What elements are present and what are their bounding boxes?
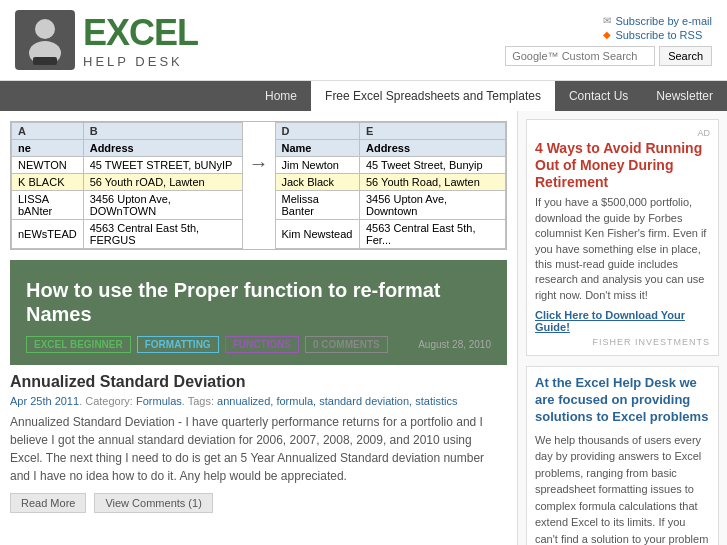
- cell-address: 56 Youth rOAD, Lawten: [83, 174, 242, 191]
- logo-icon: [15, 10, 75, 70]
- cell-name: Jack Black: [275, 174, 359, 191]
- subscribe-rss-link[interactable]: Subscribe to RSS: [603, 29, 712, 41]
- sidebar-about: At the Excel Help Desk we are focused on…: [526, 366, 719, 545]
- cell-name: LISSA bANter: [12, 191, 84, 220]
- table-row: Kim Newstead 4563 Central East 5th, Fer.…: [275, 220, 506, 249]
- sidebar: AD 4 Ways to Avoid Running Out of Money …: [517, 111, 727, 545]
- article-tags: annualized, formula, standard deviation,…: [217, 395, 457, 407]
- ad-body: If you have a $500,000 portfolio, downlo…: [535, 195, 710, 303]
- before-col-name: ne: [12, 140, 84, 157]
- svg-point-0: [35, 19, 55, 39]
- article-category[interactable]: Formulas: [136, 395, 182, 407]
- col-e-header: E: [359, 123, 505, 140]
- cell-address: 45 Tweet Street, Bunyip: [359, 157, 505, 174]
- arrow-icon: →: [243, 152, 275, 175]
- col-a-header: A: [12, 123, 84, 140]
- header-right: Subscribe by e-mail Subscribe to RSS Sea…: [505, 15, 712, 66]
- view-comments-button[interactable]: View Comments (1): [94, 493, 212, 513]
- subscribe-links: Subscribe by e-mail Subscribe to RSS: [603, 15, 712, 41]
- table-row: K BLACK 56 Youth rOAD, Lawten: [12, 174, 243, 191]
- sidebar-ad: AD 4 Ways to Avoid Running Out of Money …: [526, 119, 719, 356]
- read-more-button[interactable]: Read More: [10, 493, 86, 513]
- before-col-address: Address: [83, 140, 242, 157]
- ad-title: 4 Ways to Avoid Running Out of Money Dur…: [535, 140, 710, 190]
- article-body: Annualized Standard Deviation - I have q…: [10, 413, 507, 485]
- after-col-name: Name: [275, 140, 359, 157]
- tag-functions[interactable]: FUNCTIONS: [225, 336, 299, 353]
- cell-address: 45 TWEET STREET, bUNyIP: [83, 157, 242, 174]
- nav-home[interactable]: Home: [251, 81, 311, 111]
- nav-contact[interactable]: Contact Us: [555, 81, 642, 111]
- table-row: NEWTON 45 TWEET STREET, bUNyIP: [12, 157, 243, 174]
- tag-comments[interactable]: 0 COMMENTS: [305, 336, 388, 353]
- ad-footer: Fisher Investments: [535, 337, 710, 347]
- article-section: Annualized Standard Deviation Apr 25th 2…: [10, 373, 507, 513]
- main-content: A B ne Address NEWTON 45 TWEET STR: [0, 111, 517, 545]
- search-button[interactable]: Search: [659, 46, 712, 66]
- ad-link[interactable]: Click Here to Download Your Guide!: [535, 309, 685, 333]
- search-input[interactable]: [505, 46, 655, 66]
- logo-helpdesk-text: HELP DESK: [83, 54, 198, 69]
- tag-formatting[interactable]: FORMATTING: [137, 336, 219, 353]
- banner-tags: EXCEL BEGINNER FORMATTING FUNCTIONS 0 CO…: [26, 336, 491, 353]
- cell-address: 3456 Upton Ave, Downtown: [359, 191, 505, 220]
- cell-name: Melissa Banter: [275, 191, 359, 220]
- article-date: Apr 25th 2011: [10, 395, 79, 407]
- table-row: nEWsTEAD 4563 Central East 5th, FERGUS: [12, 220, 243, 249]
- cell-address: 4563 Central East 5th, FERGUS: [83, 220, 242, 249]
- cell-address: 56 Youth Road, Lawten: [359, 174, 505, 191]
- tag-beginner[interactable]: EXCEL BEGINNER: [26, 336, 131, 353]
- cell-name: nEWsTEAD: [12, 220, 84, 249]
- cell-name: K BLACK: [12, 174, 84, 191]
- cell-name: NEWTON: [12, 157, 84, 174]
- table-row: LISSA bANter 3456 Upton Ave, DOWnTOWN: [12, 191, 243, 220]
- excel-before-table: A B ne Address NEWTON 45 TWEET STR: [11, 122, 243, 249]
- main-wrapper: A B ne Address NEWTON 45 TWEET STR: [0, 111, 727, 545]
- col-b-header: B: [83, 123, 242, 140]
- col-d-header: D: [275, 123, 359, 140]
- sidebar-about-title: At the Excel Help Desk we are focused on…: [535, 375, 710, 426]
- cell-address: 3456 Upton Ave, DOWnTOWN: [83, 191, 242, 220]
- main-nav: Home Free Excel Spreadsheets and Templat…: [0, 81, 727, 111]
- excel-after-table: D E Name Address Jim Newton 45 Twe: [275, 122, 507, 249]
- svg-rect-2: [33, 57, 57, 65]
- table-row: Jack Black 56 Youth Road, Lawten: [275, 174, 506, 191]
- table-row: Jim Newton 45 Tweet Street, Bunyip: [275, 157, 506, 174]
- logo-text: EXCEL HELP DESK: [83, 12, 198, 69]
- cell-address: 4563 Central East 5th, Fer...: [359, 220, 505, 249]
- article-title: Annualized Standard Deviation: [10, 373, 507, 391]
- banner-date: August 28, 2010: [418, 339, 491, 350]
- article-meta: Apr 25th 2011. Category: Formulas. Tags:…: [10, 395, 507, 407]
- subscribe-email-link[interactable]: Subscribe by e-mail: [603, 15, 712, 27]
- nav-newsletter[interactable]: Newsletter: [642, 81, 727, 111]
- article-links: Read More View Comments (1): [10, 493, 507, 513]
- excel-demo: A B ne Address NEWTON 45 TWEET STR: [10, 121, 507, 250]
- search-bar: Search: [505, 46, 712, 66]
- sidebar-about-body: We help thousands of users every day by …: [535, 432, 710, 545]
- logo-excel-text: EXCEL: [83, 12, 198, 54]
- ad-label: AD: [535, 128, 710, 138]
- logo-area: EXCEL HELP DESK: [15, 10, 198, 70]
- after-col-address: Address: [359, 140, 505, 157]
- cell-name: Kim Newstead: [275, 220, 359, 249]
- cell-name: Jim Newton: [275, 157, 359, 174]
- banner-title: How to use the Proper function to re-for…: [26, 278, 491, 326]
- table-row: Melissa Banter 3456 Upton Ave, Downtown: [275, 191, 506, 220]
- nav-spreadsheets[interactable]: Free Excel Spreadsheets and Templates: [311, 81, 555, 111]
- excel-tables-wrap: A B ne Address NEWTON 45 TWEET STR: [11, 122, 506, 249]
- article-banner: How to use the Proper function to re-for…: [10, 260, 507, 365]
- page-header: EXCEL HELP DESK Subscribe by e-mail Subs…: [0, 0, 727, 81]
